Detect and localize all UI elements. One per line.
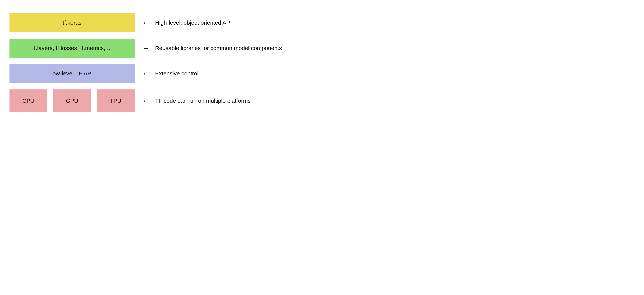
arrow-left-icon: ← (142, 70, 150, 77)
layer-row-hardware: CPU GPU TPU ← TF code can run on multipl… (10, 89, 634, 112)
block-lowlevel-api: low-level TF API (10, 64, 135, 83)
block-libraries: tf.layers, tf.losses, tf.metrics, ... (10, 39, 135, 58)
block-area: tf.keras (10, 13, 135, 32)
tensorflow-api-hierarchy-diagram: tf.keras ← High-level, object-oriented A… (10, 13, 634, 112)
layer-row-keras: tf.keras ← High-level, object-oriented A… (10, 13, 634, 32)
block-tpu: TPU (97, 89, 135, 112)
block-label: GPU (66, 98, 78, 104)
block-area: low-level TF API (10, 64, 135, 83)
arrow-left-icon: ← (142, 19, 150, 26)
block-cpu: CPU (10, 89, 48, 112)
arrow-left-icon: ← (142, 44, 150, 52)
block-keras: tf.keras (10, 13, 135, 32)
annotation: ← Extensive control (142, 70, 198, 77)
block-label: tf.keras (62, 19, 82, 26)
block-label: low-level TF API (51, 70, 93, 77)
layer-row-lowlevel: low-level TF API ← Extensive control (10, 64, 634, 83)
block-area: CPU GPU TPU (10, 89, 135, 112)
block-gpu: GPU (53, 89, 91, 112)
annotation: ← TF code can run on multiple platforms (142, 97, 251, 104)
layer-description: High-level, object-oriented API (155, 19, 232, 26)
block-area: tf.layers, tf.losses, tf.metrics, ... (10, 39, 135, 58)
layer-description: TF code can run on multiple platforms (155, 98, 251, 104)
layer-description: Reusable libraries for common model comp… (155, 45, 282, 51)
block-label: TPU (110, 98, 122, 104)
arrow-left-icon: ← (142, 97, 150, 104)
layer-description: Extensive control (155, 70, 198, 77)
annotation: ← High-level, object-oriented API (142, 19, 232, 26)
block-label: tf.layers, tf.losses, tf.metrics, ... (32, 45, 112, 51)
block-label: CPU (22, 98, 34, 104)
annotation: ← Reusable libraries for common model co… (142, 44, 282, 52)
layer-row-libraries: tf.layers, tf.losses, tf.metrics, ... ← … (10, 39, 634, 58)
